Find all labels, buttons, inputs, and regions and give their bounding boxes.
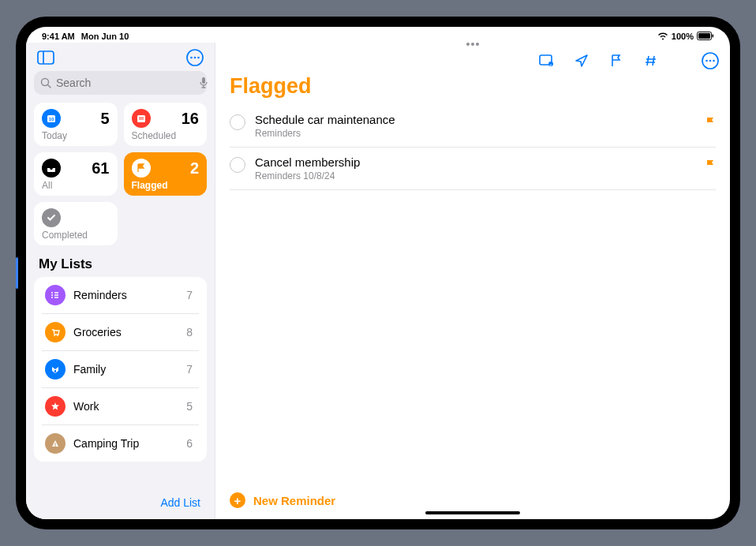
sidebar: 10 5 Today 16 Scheduled — [26, 43, 215, 519]
svg-rect-2 — [713, 35, 714, 38]
page-title: Flagged — [215, 74, 730, 105]
svg-line-31 — [647, 56, 649, 65]
list-icon — [45, 285, 65, 305]
svg-point-25 — [54, 335, 55, 337]
list-icon — [45, 359, 65, 380]
svg-rect-27 — [54, 370, 56, 372]
list-name: Reminders — [73, 289, 178, 301]
calendar-today-icon: 10 — [42, 109, 61, 128]
list-name: Camping Trip — [73, 437, 178, 450]
reminder-subtitle: Reminders — [255, 128, 695, 139]
list-name: Groceries — [73, 326, 178, 338]
svg-point-37 — [709, 60, 712, 62]
svg-text:+: + — [550, 62, 552, 67]
scheduled-count: 16 — [182, 110, 199, 128]
wifi-icon — [657, 32, 668, 40]
reminder-row[interactable]: Cancel membershipReminders 10/8/24 — [230, 148, 716, 190]
search-input[interactable] — [56, 77, 194, 89]
today-count: 5 — [100, 110, 109, 128]
plus-icon: + — [230, 492, 245, 508]
complete-toggle[interactable] — [230, 114, 245, 130]
list-row-camping-trip[interactable]: Camping Trip6 — [42, 425, 199, 462]
smart-list-completed[interactable]: Completed — [34, 202, 118, 245]
search-field[interactable] — [34, 71, 207, 95]
smart-list-today[interactable]: 10 5 Today — [34, 103, 118, 146]
flag-icon — [705, 159, 716, 171]
svg-point-38 — [713, 60, 715, 62]
calendar-icon — [132, 109, 151, 128]
svg-point-36 — [705, 60, 708, 62]
complete-toggle[interactable] — [230, 157, 245, 173]
flagged-count: 2 — [190, 159, 199, 178]
svg-point-7 — [194, 57, 196, 59]
tags-button[interactable] — [643, 53, 659, 69]
flag-button[interactable] — [608, 53, 624, 69]
svg-point-19 — [51, 292, 53, 294]
svg-point-26 — [57, 335, 58, 337]
window-grabber-icon[interactable] — [466, 43, 479, 46]
list-icon — [45, 433, 65, 454]
battery-icon — [697, 32, 714, 40]
list-icon — [45, 396, 65, 417]
smart-list-scheduled[interactable]: 16 Scheduled — [124, 103, 208, 146]
svg-text:10: 10 — [49, 117, 54, 122]
svg-point-6 — [190, 57, 193, 59]
list-count: 6 — [186, 437, 196, 450]
device-edge-indicator — [16, 257, 18, 289]
reminder-row[interactable]: Schedule car maintenanceReminders — [230, 105, 716, 148]
toggle-sidebar-button[interactable] — [37, 49, 54, 66]
svg-line-32 — [653, 56, 654, 65]
svg-point-23 — [51, 297, 53, 298]
svg-rect-11 — [202, 77, 205, 84]
status-date: Mon Jun 10 — [81, 32, 129, 41]
flag-icon — [705, 116, 716, 129]
status-bar: 9:41 AM Mon Jun 10 100% — [26, 27, 730, 43]
main-panel: + — [215, 43, 730, 519]
svg-line-10 — [48, 85, 51, 88]
list-row-reminders[interactable]: Reminders7 — [42, 277, 199, 314]
add-list-button[interactable]: Add List — [160, 496, 200, 509]
reminder-title: Cancel membership — [255, 155, 695, 169]
check-icon — [42, 208, 61, 227]
list-row-work[interactable]: Work5 — [42, 388, 199, 425]
main-more-button[interactable] — [702, 52, 719, 69]
sidebar-more-button[interactable] — [186, 49, 204, 66]
list-count: 5 — [186, 400, 196, 413]
all-count: 61 — [92, 159, 109, 178]
smart-list-flagged[interactable]: 2 Flagged — [124, 152, 208, 196]
svg-rect-1 — [698, 33, 710, 39]
list-name: Family — [73, 363, 178, 376]
details-button[interactable]: + — [539, 53, 555, 69]
smart-list-all[interactable]: 61 All — [34, 152, 118, 196]
list-icon — [45, 322, 65, 342]
list-count: 7 — [186, 363, 196, 376]
list-count: 7 — [186, 289, 196, 301]
list-row-groceries[interactable]: Groceries8 — [42, 314, 199, 351]
svg-point-21 — [51, 294, 53, 296]
list-count: 8 — [186, 326, 196, 338]
mic-icon[interactable] — [199, 77, 208, 89]
svg-point-8 — [197, 57, 200, 59]
status-time: 9:41 AM — [42, 32, 75, 41]
search-icon — [40, 77, 51, 88]
flag-icon — [132, 159, 151, 178]
reminder-title: Schedule car maintenance — [255, 113, 695, 126]
reminder-subtitle: Reminders 10/8/24 — [255, 170, 695, 181]
my-lists-header: My Lists — [26, 245, 215, 277]
location-button[interactable] — [574, 53, 589, 69]
list-name: Work — [73, 400, 178, 413]
inbox-icon — [42, 159, 61, 178]
list-row-family[interactable]: Family7 — [42, 351, 199, 388]
svg-rect-3 — [38, 51, 54, 64]
home-indicator[interactable] — [425, 511, 520, 514]
battery-percent: 100% — [672, 32, 694, 41]
